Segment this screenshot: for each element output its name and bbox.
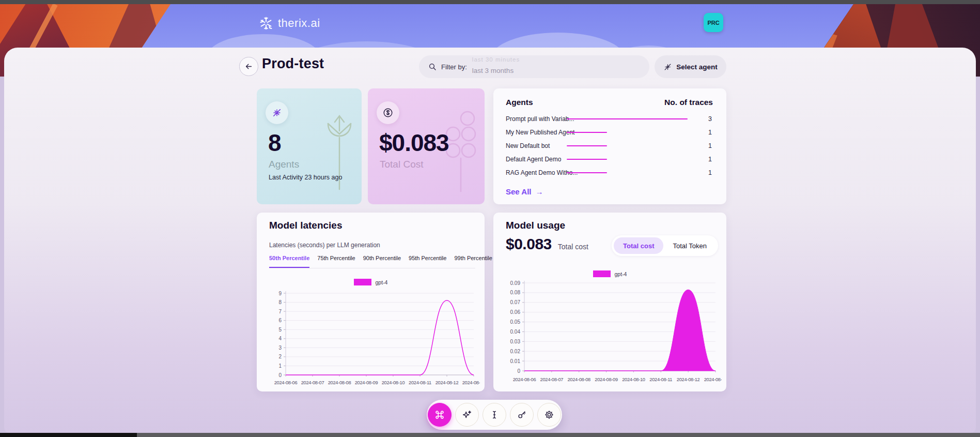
key-icon bbox=[516, 409, 527, 420]
cost-badge bbox=[377, 101, 399, 124]
svg-text:0.02: 0.02 bbox=[510, 349, 521, 354]
text-cursor-button[interactable] bbox=[483, 403, 506, 427]
agent-rows: Prompt pull with Variab...3My New Publis… bbox=[506, 112, 713, 179]
svg-text:0.03: 0.03 bbox=[510, 339, 521, 344]
total-cost-stat-card[interactable]: $0.083 Total Cost bbox=[368, 88, 485, 204]
svg-text:2024-08-11: 2024-08-11 bbox=[649, 377, 672, 382]
traces-bar bbox=[567, 118, 688, 119]
tab-75th-percentile[interactable]: 75th Percentile bbox=[317, 255, 355, 268]
svg-text:4: 4 bbox=[278, 336, 282, 341]
usage-panel-title: Model usage bbox=[506, 220, 565, 231]
svg-text:2024-08-09: 2024-08-09 bbox=[355, 380, 378, 385]
svg-text:7: 7 bbox=[278, 309, 282, 314]
filter-ghost-option: last 30 minutes bbox=[472, 56, 520, 63]
command-icon bbox=[434, 409, 445, 420]
navbar: therix.ai PRC bbox=[0, 4, 980, 40]
arrow-left-icon bbox=[244, 62, 253, 71]
svg-text:0: 0 bbox=[278, 372, 282, 378]
traces-column-header: No. of traces bbox=[664, 98, 713, 107]
window-chrome-top bbox=[0, 0, 980, 4]
agents-badge bbox=[266, 101, 288, 124]
svg-text:0.05: 0.05 bbox=[510, 319, 521, 325]
latency-chart[interactable]: 01234567892024-08-062024-08-072024-08-08… bbox=[261, 286, 480, 388]
brand[interactable]: therix.ai bbox=[258, 16, 320, 31]
tab-95th-percentile[interactable]: 95th Percentile bbox=[409, 255, 446, 268]
key-button[interactable] bbox=[510, 403, 534, 427]
agents-count-label: Agents bbox=[269, 159, 299, 170]
settings-button[interactable] bbox=[537, 403, 561, 427]
toggle-total-cost[interactable]: Total cost bbox=[614, 237, 663, 254]
svg-text:2024-08-08: 2024-08-08 bbox=[328, 380, 351, 385]
svg-text:0.08: 0.08 bbox=[510, 290, 521, 295]
traces-bar bbox=[567, 172, 607, 173]
therix-logo-icon bbox=[258, 16, 274, 31]
model-usage-panel: Model usage $0.083 Total cost Total cost… bbox=[493, 213, 726, 391]
sparkles-button[interactable] bbox=[455, 403, 479, 427]
page-title: Prod-test bbox=[262, 56, 324, 72]
percentile-tabs: 50th Percentile75th Percentile90th Perce… bbox=[269, 255, 475, 268]
latency-legend: gpt-4 bbox=[257, 279, 485, 285]
filter-current-value: last 3 months bbox=[472, 67, 514, 74]
latency-panel-title: Model latencies bbox=[269, 220, 343, 231]
agent-row[interactable]: New Default bot1 bbox=[506, 139, 713, 153]
svg-text:2024-08-10: 2024-08-10 bbox=[622, 377, 645, 382]
agent-name: New Default bot bbox=[506, 142, 550, 149]
app-root: therix.ai PRC Prod-test Filter by: last … bbox=[0, 0, 980, 437]
gear-icon bbox=[543, 409, 555, 420]
see-all-label: See All bbox=[506, 187, 531, 196]
select-agent-button[interactable]: Select agent bbox=[655, 55, 726, 78]
svg-text:6: 6 bbox=[278, 318, 282, 323]
legend-label: gpt-4 bbox=[615, 271, 627, 277]
arrow-right-icon: → bbox=[535, 187, 543, 196]
agents-count: 8 bbox=[268, 129, 281, 157]
tab-50th-percentile[interactable]: 50th Percentile bbox=[269, 255, 309, 268]
select-agent-label: Select agent bbox=[676, 63, 718, 71]
agents-stat-card[interactable]: 8 Agents Last Activity 23 hours ago bbox=[257, 88, 362, 204]
sparkles-icon bbox=[461, 409, 473, 420]
see-all-link[interactable]: See All → bbox=[506, 187, 543, 196]
traces-bar bbox=[567, 145, 607, 146]
command-button[interactable] bbox=[428, 403, 452, 427]
svg-text:3: 3 bbox=[278, 345, 282, 351]
svg-text:2024-08-08: 2024-08-08 bbox=[567, 377, 590, 382]
svg-text:8: 8 bbox=[278, 299, 282, 305]
tab-90th-percentile[interactable]: 90th Percentile bbox=[363, 255, 401, 268]
usage-chart[interactable]: 00.010.020.030.040.050.060.070.080.09202… bbox=[497, 277, 722, 385]
svg-text:5: 5 bbox=[278, 327, 282, 333]
traces-bar bbox=[567, 132, 607, 133]
environment-badge[interactable]: PRC bbox=[704, 13, 723, 32]
total-cost-value: $0.083 bbox=[379, 129, 449, 157]
svg-text:2024-08-13: 2024-08-13 bbox=[704, 377, 722, 382]
traces-count: 1 bbox=[708, 129, 712, 136]
svg-text:0.01: 0.01 bbox=[510, 358, 521, 364]
traces-count: 1 bbox=[708, 169, 712, 176]
svg-text:2024-08-11: 2024-08-11 bbox=[409, 380, 431, 385]
svg-text:2024-08-10: 2024-08-10 bbox=[382, 380, 405, 385]
traces-bar bbox=[567, 159, 607, 160]
total-cost-label: Total Cost bbox=[380, 159, 423, 170]
agent-row[interactable]: Prompt pull with Variab...3 bbox=[506, 112, 713, 126]
dollar-circle-icon bbox=[382, 107, 394, 118]
filter-input[interactable]: Filter by: last 30 minutes last 3 months bbox=[419, 55, 649, 78]
tab-99th-percentile[interactable]: 99th Percentile bbox=[454, 255, 492, 268]
svg-text:1: 1 bbox=[278, 363, 282, 369]
agent-name: My New Published Agent bbox=[506, 129, 574, 136]
svg-text:2024-08-12: 2024-08-12 bbox=[677, 377, 700, 382]
agent-row[interactable]: My New Published Agent1 bbox=[506, 126, 713, 139]
toggle-total-token[interactable]: Total Token bbox=[663, 237, 716, 254]
svg-text:0.07: 0.07 bbox=[510, 299, 521, 305]
svg-text:0.04: 0.04 bbox=[510, 329, 521, 335]
svg-text:2024-08-06: 2024-08-06 bbox=[513, 377, 536, 382]
agent-row[interactable]: Default Agent Demo1 bbox=[506, 153, 713, 166]
back-button[interactable] bbox=[239, 57, 258, 76]
agents-last-activity: Last Activity 23 hours ago bbox=[269, 173, 346, 182]
svg-text:0.09: 0.09 bbox=[510, 280, 521, 286]
agents-panel-title: Agents bbox=[506, 98, 533, 107]
svg-text:2: 2 bbox=[278, 354, 282, 359]
agent-row[interactable]: RAG Agent Demo Witho...1 bbox=[506, 166, 713, 179]
main-content-card: Prod-test Filter by: last 30 minutes las… bbox=[4, 48, 976, 433]
filter-label: Filter by: bbox=[441, 63, 467, 71]
latency-panel-subtitle: Latencies (seconds) per LLM generation bbox=[269, 242, 380, 249]
svg-text:2024-08-06: 2024-08-06 bbox=[274, 380, 298, 385]
agent-name: Default Agent Demo bbox=[506, 156, 561, 163]
